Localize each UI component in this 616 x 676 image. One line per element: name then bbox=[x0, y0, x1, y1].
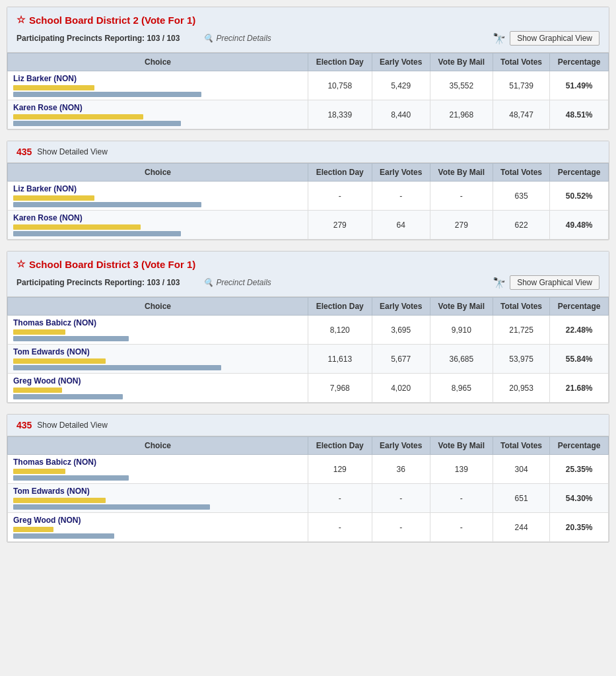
total-votes-cell: 304 bbox=[493, 455, 550, 484]
d3d-col-percentage: Percentage bbox=[550, 437, 609, 455]
table-row: Liz Barker (NON)10,7585,42935,55251,7395… bbox=[8, 71, 609, 100]
district3-header: ☆ School Board District 3 (Vote For 1) P… bbox=[7, 252, 609, 297]
col-vote-by-mail: Vote By Mail bbox=[430, 53, 493, 71]
early-votes-cell: 3,695 bbox=[372, 316, 430, 345]
d3-col-early-votes: Early Votes bbox=[372, 298, 430, 316]
bar-blue bbox=[13, 533, 114, 539]
vote-by-mail-cell: - bbox=[430, 513, 493, 542]
election-day-cell: - bbox=[308, 513, 372, 542]
district3-detail-table: Choice Election Day Early Votes Vote By … bbox=[7, 436, 609, 542]
early-votes-cell: - bbox=[372, 182, 430, 211]
district3-meta: Participating Precincts Reporting: 103 /… bbox=[17, 275, 599, 290]
district3-table-header: Choice Election Day Early Votes Vote By … bbox=[8, 298, 609, 316]
bar-blue bbox=[13, 365, 221, 370]
choice-cell: Karen Rose (NON) bbox=[8, 211, 308, 240]
choice-cell: Karen Rose (NON) bbox=[8, 100, 308, 129]
detail-col-choice: Choice bbox=[8, 164, 308, 182]
district3-detail-number: 435 bbox=[17, 420, 32, 430]
vote-by-mail-cell: - bbox=[430, 484, 493, 513]
district3-precincts: Participating Precincts Reporting: 103 /… bbox=[17, 278, 180, 287]
detail-col-early-votes: Early Votes bbox=[372, 164, 430, 182]
bar-yellow bbox=[13, 498, 106, 503]
total-votes-cell: 635 bbox=[493, 182, 550, 211]
election-day-cell: 129 bbox=[308, 455, 372, 484]
election-day-cell: 10,758 bbox=[308, 71, 372, 100]
vote-by-mail-cell: - bbox=[430, 182, 493, 211]
choice-cell: Tom Edwards (NON) bbox=[8, 345, 308, 374]
total-votes-cell: 51,739 bbox=[493, 71, 550, 100]
d3-col-election-day: Election Day bbox=[308, 298, 372, 316]
total-votes-cell: 622 bbox=[493, 211, 550, 240]
table-row: Karen Rose (NON)18,3398,44021,96848,7474… bbox=[8, 100, 609, 129]
detail-col-percentage: Percentage bbox=[550, 164, 609, 182]
d3-col-choice: Choice bbox=[8, 298, 308, 316]
bar-container bbox=[13, 498, 302, 510]
bar-blue bbox=[13, 504, 210, 510]
district2-card: ☆ School Board District 2 (Vote For 1) P… bbox=[7, 7, 609, 130]
early-votes-cell: - bbox=[372, 484, 430, 513]
district2-meta: Participating Precincts Reporting: 103 /… bbox=[17, 31, 599, 46]
d3-col-percentage: Percentage bbox=[550, 298, 609, 316]
col-election-day: Election Day bbox=[308, 53, 372, 71]
candidate-name: Greg Wood (NON) bbox=[13, 516, 302, 525]
d3-col-total-votes: Total Votes bbox=[493, 298, 550, 316]
bar-yellow bbox=[13, 114, 143, 119]
candidate-name: Karen Rose (NON) bbox=[13, 213, 302, 222]
percentage-cell: 49.48% bbox=[550, 211, 609, 240]
choice-cell: Tom Edwards (NON) bbox=[8, 484, 308, 513]
candidate-name: Liz Barker (NON) bbox=[13, 184, 302, 193]
district2-title-text: School Board District 2 (Vote For 1) bbox=[29, 15, 195, 26]
total-votes-cell: 53,975 bbox=[493, 345, 550, 374]
district2-detail-number: 435 bbox=[17, 147, 32, 157]
district2-show-graphical-button[interactable]: Show Graphical View bbox=[510, 31, 599, 46]
percentage-cell: 50.52% bbox=[550, 182, 609, 211]
district3-show-graphical-button[interactable]: Show Graphical View bbox=[510, 275, 599, 290]
district3-precinct-details[interactable]: 🔍 Precinct Details bbox=[203, 278, 271, 287]
d3d-col-choice: Choice bbox=[8, 437, 308, 455]
bar-yellow bbox=[13, 358, 106, 364]
bar-container bbox=[13, 358, 302, 370]
precinct-details-icon-3: 🔍 bbox=[203, 278, 213, 287]
star-icon-3: ☆ bbox=[17, 258, 25, 270]
bar-yellow bbox=[13, 469, 65, 474]
table-row: Greg Wood (NON)---24420.35% bbox=[8, 513, 609, 542]
early-votes-cell: 8,440 bbox=[372, 100, 430, 129]
district2-precinct-details[interactable]: 🔍 Precinct Details bbox=[203, 34, 271, 43]
election-day-cell: 7,968 bbox=[308, 374, 372, 403]
detail-col-vote-by-mail: Vote By Mail bbox=[430, 164, 493, 182]
candidate-name: Tom Edwards (NON) bbox=[13, 487, 302, 496]
district2-detail-card: 435 Show Detailed View Choice Election D… bbox=[7, 141, 609, 240]
percentage-cell: 54.30% bbox=[550, 484, 609, 513]
bar-container bbox=[13, 527, 302, 539]
bar-blue bbox=[13, 92, 201, 97]
bar-container bbox=[13, 469, 302, 481]
district3-detail-header-row: Choice Election Day Early Votes Vote By … bbox=[8, 437, 609, 455]
early-votes-cell: 64 bbox=[372, 211, 430, 240]
total-votes-cell: 20,953 bbox=[493, 374, 550, 403]
bar-yellow bbox=[13, 329, 65, 335]
candidate-name: Thomas Babicz (NON) bbox=[13, 457, 302, 467]
percentage-cell: 48.51% bbox=[550, 100, 609, 129]
district2-detail-header: 435 Show Detailed View bbox=[7, 141, 609, 163]
percentage-cell: 25.35% bbox=[550, 455, 609, 484]
table-row: Tom Edwards (NON)---65154.30% bbox=[8, 484, 609, 513]
district2-show-detail-link[interactable]: Show Detailed View bbox=[37, 147, 108, 156]
d3d-col-election-day: Election Day bbox=[308, 437, 372, 455]
district3-show-detail-link[interactable]: Show Detailed View bbox=[37, 421, 108, 430]
bar-blue bbox=[13, 121, 181, 126]
early-votes-cell: 5,677 bbox=[372, 345, 430, 374]
bar-container bbox=[13, 329, 302, 341]
table-row: Liz Barker (NON)---63550.52% bbox=[8, 182, 609, 211]
table-row: Greg Wood (NON)7,9684,0208,96520,95321.6… bbox=[8, 374, 609, 403]
candidate-name: Liz Barker (NON) bbox=[13, 74, 302, 83]
candidate-name: Tom Edwards (NON) bbox=[13, 347, 302, 356]
district2-table-header: Choice Election Day Early Votes Vote By … bbox=[8, 53, 609, 71]
bar-yellow bbox=[13, 527, 53, 532]
bar-container bbox=[13, 195, 302, 207]
vote-by-mail-cell: 21,968 bbox=[430, 100, 493, 129]
election-day-cell: 279 bbox=[308, 211, 372, 240]
district3-title-text: School Board District 3 (Vote For 1) bbox=[29, 259, 195, 270]
bar-yellow bbox=[13, 195, 94, 201]
col-percentage: Percentage bbox=[550, 53, 609, 71]
early-votes-cell: 5,429 bbox=[372, 71, 430, 100]
